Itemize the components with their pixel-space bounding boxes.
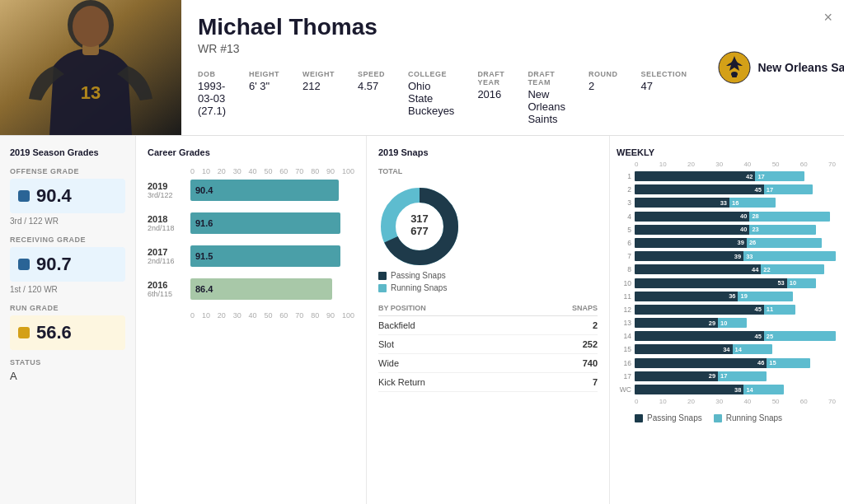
stat-speed: SPEED 4.57	[358, 70, 385, 92]
weekly-passing-bar: 45	[635, 184, 764, 194]
passing-bar-value: 53	[777, 279, 784, 287]
position-table: BY POSITION SNAPS Backfield2Slot252Wide7…	[378, 301, 598, 392]
snaps-col-header: SNAPS	[521, 301, 598, 316]
stat-weight: WEIGHT 212	[302, 70, 335, 92]
weekly-row: 144525	[617, 330, 836, 342]
stat-dob: DOB 1993-03-03 (27.1)	[198, 70, 226, 117]
svg-rect-7	[732, 73, 737, 77]
weekly-passing-bar: 29	[635, 371, 718, 381]
weekly-row: 63926	[617, 237, 836, 249]
weekly-running-bar: 14	[743, 385, 784, 394]
weekly-bar-group: 3414	[635, 344, 836, 354]
weekly-passing-bar: 45	[635, 331, 764, 341]
career-bar-container: 91.6	[190, 212, 354, 234]
snaps-total: TOTAL 317	[378, 167, 461, 292]
position-name: Slot	[378, 335, 521, 354]
career-bar: 91.5	[190, 245, 340, 267]
svg-text:677: 677	[410, 225, 429, 237]
passing-bar-value: 38	[734, 386, 741, 394]
weekly-row: 105310	[617, 278, 836, 289]
weekly-row: 73933	[617, 250, 836, 262]
weekly-week-label: 14	[617, 332, 635, 340]
weekly-running-bar: 14	[733, 344, 773, 354]
career-bar-label: 90.4	[195, 185, 213, 195]
passing-bar-value: 29	[709, 372, 715, 380]
running-bar-value: 17	[720, 372, 727, 380]
position-snaps: 2	[521, 316, 598, 335]
weekly-bar-group: 4511	[635, 305, 836, 315]
offense-grade-rank: 3rd / 122 WR	[10, 217, 125, 226]
career-bar-row: 20193rd/12290.4	[148, 180, 354, 201]
weekly-row: 124511	[617, 304, 836, 315]
weekly-row: 14217	[617, 170, 836, 182]
weekly-row: 44028	[617, 211, 836, 222]
snaps-top: TOTAL 317	[378, 167, 598, 292]
weekly-running-bar: 19	[738, 292, 792, 301]
weekly-running-bar: 17	[718, 371, 767, 381]
weekly-bar-group: 4517	[635, 184, 836, 194]
career-bar-row: 20182nd/11891.6	[148, 212, 354, 234]
weekly-passing-bar: 45	[635, 305, 764, 315]
run-grade-box: 56.6	[10, 315, 125, 350]
offense-grade-icon	[18, 190, 30, 202]
weekly-axis-top: 0 10 20 30 40 50 60 70	[617, 161, 836, 168]
weekly-bar-group: 3814	[635, 385, 836, 394]
career-chart: 0 10 20 30 40 50 60 70 80 90 100 20193rd…	[148, 167, 354, 300]
running-bar-value: 10	[790, 279, 796, 287]
header-info: Michael Thomas WR #13 DOB 1993-03-03 (27…	[181, 0, 703, 135]
passing-bar-value: 40	[740, 226, 747, 233]
running-bar-value: 33	[746, 253, 753, 260]
weekly-week-label: 17	[617, 372, 635, 380]
position-name: Wide	[378, 354, 521, 373]
weekly-week-label: 16	[617, 359, 635, 367]
career-year-label: 20182nd/118	[148, 214, 190, 232]
player-name: Michael Thomas	[198, 15, 687, 40]
run-grade-icon	[18, 327, 30, 338]
weekly-passing-bar: 38	[635, 385, 743, 394]
player-header: 13 Michael Thomas WR #13 DOB 1993-03-03 …	[0, 0, 844, 136]
weekly-row: 113619	[617, 291, 836, 302]
running-bar-value: 26	[749, 239, 756, 246]
running-snaps-legend: Running Snaps	[378, 283, 461, 292]
weekly-bar-group: 3926	[635, 238, 836, 248]
weekly-running-bar: 26	[747, 238, 822, 248]
running-bar-value: 17	[767, 186, 773, 194]
close-button[interactable]: ×	[823, 10, 832, 25]
weekly-running-bar: 23	[749, 225, 815, 235]
career-year-label: 20172nd/116	[148, 247, 190, 265]
weekly-row: WC3814	[617, 384, 836, 395]
stat-college: COLLEGE Ohio State Buckeyes	[408, 70, 454, 117]
weekly-bar-group: 4615	[635, 358, 836, 368]
position-row: Kick Return7	[378, 373, 598, 392]
weekly-passing-bar: 40	[635, 212, 749, 222]
weekly-passing-bar: 36	[635, 292, 738, 301]
weekly-bar-group: 3933	[635, 251, 836, 261]
career-bar: 90.4	[190, 180, 339, 201]
weekly-row: 54023	[617, 224, 836, 236]
career-bar-label: 91.5	[195, 251, 213, 261]
team-logo-icon	[718, 51, 751, 84]
passing-bar-value: 29	[709, 320, 715, 327]
running-bar-value: 19	[740, 292, 747, 300]
weekly-row: 132910	[617, 317, 836, 329]
passing-bar-value: 34	[723, 346, 729, 353]
weekly-bar-group: 4422	[635, 264, 836, 274]
weekly-running-bar: 28	[749, 212, 830, 222]
status-value: A	[10, 370, 125, 382]
weekly-passing-bar: 44	[635, 264, 761, 274]
weekly-passing-bar: 40	[635, 225, 749, 235]
weekly-passing-bar: 46	[635, 358, 767, 368]
run-grade-value: 56.6	[36, 322, 72, 343]
running-bar-value: 11	[767, 306, 773, 313]
passing-legend-dot	[378, 272, 387, 280]
weekly-running-dot	[714, 414, 722, 422]
weekly-week-label: 15	[617, 345, 635, 353]
run-grade-label: RUN GRADE	[10, 304, 125, 312]
position-snaps: 252	[521, 335, 598, 354]
running-bar-value: 15	[769, 359, 776, 366]
status-label: STATUS	[10, 358, 125, 366]
player-stats: DOB 1993-03-03 (27.1) HEIGHT 6' 3" WEIGH…	[198, 70, 687, 125]
career-bar-label: 86.4	[195, 284, 213, 294]
stat-draft-year: DRAFT YEAR 2016	[477, 70, 504, 100]
weekly-running-legend: Running Snaps	[714, 413, 782, 422]
